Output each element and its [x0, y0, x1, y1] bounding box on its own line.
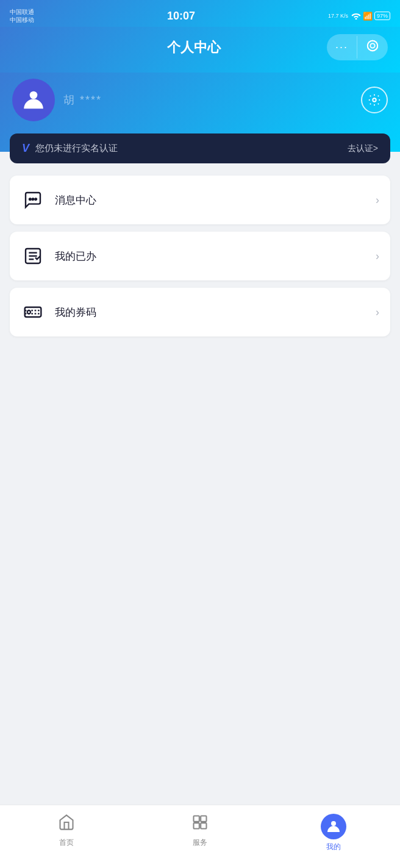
camera-button[interactable]	[357, 34, 388, 60]
svg-rect-18	[201, 816, 206, 822]
svg-rect-19	[194, 823, 199, 828]
avatar[interactable]	[12, 79, 55, 121]
done-chevron: ›	[376, 250, 379, 263]
mine-label: 我的	[326, 842, 341, 852]
battery-indicator: 97%	[374, 12, 390, 20]
svg-point-8	[35, 198, 37, 200]
content-area: 消息中心 › 我的已办 ›	[0, 163, 400, 577]
svg-point-0	[355, 18, 357, 20]
message-icon	[21, 188, 45, 212]
svg-point-4	[30, 91, 38, 99]
clock: 10:07	[167, 10, 195, 23]
svg-rect-17	[194, 816, 199, 822]
nav-item-service[interactable]: 服务	[134, 810, 267, 856]
svg-point-3	[368, 41, 378, 51]
header-actions: ···	[327, 34, 388, 60]
carrier-info: 中国联通 中国移动	[10, 8, 34, 24]
verification-banner[interactable]: V 您仍未进行实名认证 去认证>	[10, 133, 390, 163]
svg-point-7	[32, 198, 34, 200]
messages-label: 消息中心	[55, 193, 96, 207]
svg-point-21	[331, 821, 336, 826]
service-icon	[191, 814, 209, 835]
svg-point-1	[370, 43, 374, 48]
signal-area: 17.7 K/s 📶 97%	[328, 12, 390, 21]
verify-badge: V	[22, 142, 29, 155]
svg-rect-20	[201, 823, 206, 828]
messages-chevron: ›	[376, 194, 379, 207]
svg-point-16	[27, 310, 30, 313]
service-label: 服务	[193, 838, 207, 848]
more-button[interactable]: ···	[327, 36, 357, 59]
menu-item-voucher[interactable]: 我的券码 ›	[10, 288, 390, 336]
speed-indicator: 17.7 K/s	[328, 13, 348, 19]
status-bar: 中国联通 中国移动 10:07 17.7 K/s 📶 97%	[0, 0, 400, 27]
voucher-chevron: ›	[376, 306, 379, 319]
svg-point-5	[373, 98, 376, 102]
home-icon	[58, 814, 75, 835]
spacer	[0, 577, 400, 805]
done-label: 我的已办	[55, 249, 96, 263]
ticket-icon	[21, 300, 45, 324]
verify-text: 您仍未进行实名认证	[35, 143, 118, 154]
nav-item-mine[interactable]: 我的	[266, 810, 400, 856]
verify-action-link[interactable]: 去认证>	[348, 143, 378, 154]
list-check-icon	[21, 244, 45, 268]
home-label: 首页	[59, 838, 74, 848]
verify-left: V 您仍未进行实名认证	[22, 142, 118, 155]
username-display: 胡 ****	[63, 93, 102, 107]
menu-item-messages[interactable]: 消息中心 ›	[10, 176, 390, 224]
page-header: 个人中心 ···	[0, 27, 400, 73]
menu-item-done[interactable]: 我的已办 ›	[10, 232, 390, 280]
signal-icon: 📶	[363, 12, 373, 21]
settings-button[interactable]	[361, 87, 388, 113]
wifi-icon	[351, 12, 361, 21]
page-title: 个人中心	[61, 38, 327, 57]
bottom-nav: 首页 服务 我的	[0, 805, 400, 868]
svg-point-6	[29, 198, 31, 200]
nav-item-home[interactable]: 首页	[0, 810, 134, 856]
mine-icon	[321, 814, 346, 839]
profile-info: 胡 ****	[12, 79, 102, 121]
voucher-label: 我的券码	[55, 305, 96, 319]
